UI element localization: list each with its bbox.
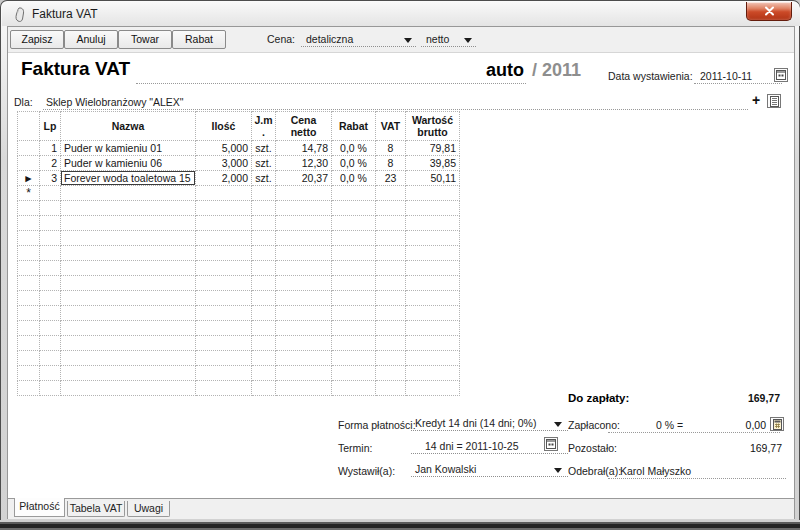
cell-lp[interactable]: 2	[40, 156, 61, 171]
empty-cell[interactable]	[252, 216, 276, 231]
empty-cell[interactable]	[332, 276, 376, 291]
col-nazwa[interactable]: Nazwa	[61, 112, 196, 141]
tab-uwagi[interactable]: Uwagi	[127, 501, 170, 517]
empty-cell[interactable]	[276, 246, 332, 261]
empty-cell[interactable]	[61, 351, 196, 366]
empty-cell[interactable]	[252, 306, 276, 321]
empty-cell[interactable]	[276, 366, 332, 381]
empty-cell[interactable]	[406, 291, 460, 306]
empty-cell[interactable]	[252, 291, 276, 306]
empty-cell[interactable]	[276, 306, 332, 321]
paid-calculator-button[interactable]	[770, 417, 784, 431]
cell-nazwa[interactable]: Puder w kamieniu 01	[61, 141, 196, 156]
table-row-new[interactable]: *	[18, 186, 460, 201]
recipient-name-field[interactable]: Sklep Wielobranżowy "ALEX"	[46, 96, 184, 108]
empty-cell[interactable]	[18, 306, 40, 321]
row-selector[interactable]	[18, 156, 40, 171]
cell-rabat[interactable]	[332, 186, 376, 201]
empty-cell[interactable]	[40, 381, 61, 396]
empty-cell[interactable]	[252, 381, 276, 396]
empty-cell[interactable]	[196, 276, 252, 291]
empty-cell[interactable]	[40, 201, 61, 216]
title-bar[interactable]: Faktura VAT	[2, 2, 800, 26]
cell-cena[interactable]	[276, 186, 332, 201]
empty-cell[interactable]	[196, 321, 252, 336]
empty-cell[interactable]	[196, 231, 252, 246]
empty-cell[interactable]	[406, 351, 460, 366]
empty-cell[interactable]	[196, 306, 252, 321]
empty-cell[interactable]	[61, 201, 196, 216]
close-button[interactable]	[746, 2, 792, 21]
empty-cell[interactable]	[406, 246, 460, 261]
col-cena[interactable]: Cena netto	[276, 112, 332, 141]
cell-rabat[interactable]: 0,0 %	[332, 141, 376, 156]
empty-cell[interactable]	[252, 201, 276, 216]
col-vat[interactable]: VAT	[376, 112, 406, 141]
tab-tabela-vat[interactable]: Tabela VAT	[67, 501, 125, 517]
tab-platnosc[interactable]: Płatność	[14, 498, 65, 517]
cell-jm[interactable]: szt.	[252, 171, 276, 186]
invoice-number-field[interactable]: auto	[466, 60, 524, 81]
cell-lp[interactable]: 3	[40, 171, 61, 186]
empty-cell[interactable]	[18, 201, 40, 216]
empty-cell[interactable]	[332, 336, 376, 351]
empty-cell[interactable]	[406, 321, 460, 336]
empty-cell[interactable]	[276, 261, 332, 276]
empty-cell[interactable]	[276, 276, 332, 291]
cell-brutto[interactable]	[406, 186, 460, 201]
empty-cell[interactable]	[376, 351, 406, 366]
empty-cell[interactable]	[40, 231, 61, 246]
table-row[interactable]: 1 Puder w kamieniu 01 5,000 szt. 14,78 0…	[18, 141, 460, 156]
cell-vat[interactable]: 8	[376, 141, 406, 156]
empty-cell[interactable]	[18, 381, 40, 396]
empty-cell[interactable]	[332, 261, 376, 276]
empty-cell[interactable]	[61, 366, 196, 381]
cell-ilosc[interactable]: 5,000	[196, 141, 252, 156]
empty-cell[interactable]	[61, 291, 196, 306]
empty-cell[interactable]	[196, 336, 252, 351]
empty-cell[interactable]	[18, 216, 40, 231]
empty-cell[interactable]	[276, 231, 332, 246]
empty-cell[interactable]	[332, 231, 376, 246]
empty-cell[interactable]	[40, 261, 61, 276]
empty-cell[interactable]	[276, 291, 332, 306]
empty-cell[interactable]	[40, 216, 61, 231]
empty-cell[interactable]	[61, 261, 196, 276]
empty-cell[interactable]	[332, 216, 376, 231]
term-calendar-button[interactable]	[544, 437, 558, 451]
empty-cell[interactable]	[40, 351, 61, 366]
price-type-dropdown[interactable]: detaliczna	[301, 30, 416, 47]
empty-cell[interactable]	[406, 366, 460, 381]
empty-cell[interactable]	[332, 321, 376, 336]
empty-cell[interactable]	[61, 306, 196, 321]
empty-cell[interactable]	[61, 246, 196, 261]
empty-cell[interactable]	[61, 381, 196, 396]
empty-cell[interactable]	[18, 276, 40, 291]
empty-cell[interactable]	[40, 306, 61, 321]
empty-cell[interactable]	[376, 336, 406, 351]
empty-cell[interactable]	[18, 366, 40, 381]
empty-cell[interactable]	[252, 351, 276, 366]
empty-cell[interactable]	[376, 381, 406, 396]
empty-cell[interactable]	[61, 231, 196, 246]
empty-cell[interactable]	[196, 216, 252, 231]
empty-cell[interactable]	[276, 381, 332, 396]
empty-cell[interactable]	[196, 351, 252, 366]
cell-ilosc[interactable]	[196, 186, 252, 201]
empty-cell[interactable]	[332, 351, 376, 366]
cell-vat[interactable]: 23	[376, 171, 406, 186]
cell-brutto[interactable]: 50,11	[406, 171, 460, 186]
cell-cena[interactable]: 12,30	[276, 156, 332, 171]
empty-cell[interactable]	[61, 336, 196, 351]
empty-cell[interactable]	[252, 231, 276, 246]
empty-cell[interactable]	[276, 201, 332, 216]
empty-cell[interactable]	[332, 246, 376, 261]
empty-cell[interactable]	[276, 336, 332, 351]
cancel-button[interactable]: Anuluj	[64, 30, 118, 49]
empty-cell[interactable]	[376, 291, 406, 306]
table-row-selected[interactable]: ► 3 Forever woda toaletowa 15 2,000 szt.…	[18, 171, 460, 186]
cell-ilosc[interactable]: 3,000	[196, 156, 252, 171]
empty-cell[interactable]	[18, 291, 40, 306]
recipient-list-button[interactable]	[767, 94, 781, 108]
empty-cell[interactable]	[406, 381, 460, 396]
